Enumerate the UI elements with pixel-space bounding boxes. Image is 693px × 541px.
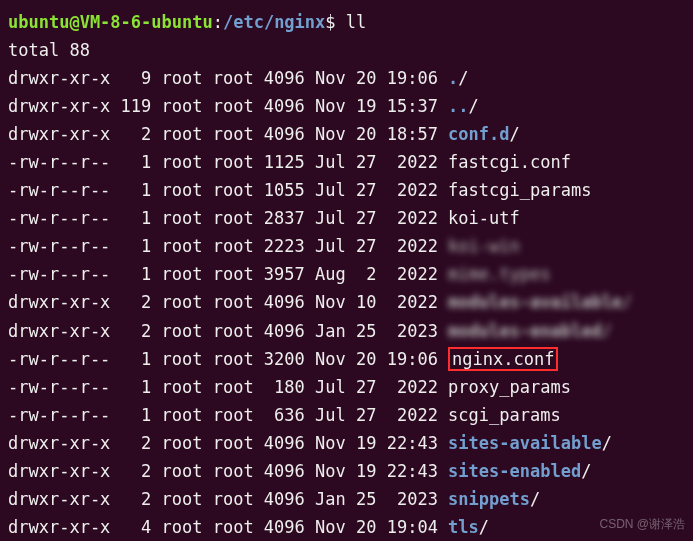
file-name: sites-enabled [448,461,581,481]
dir-slash: / [479,517,489,537]
listing-meta: -rw-r--r-- 1 root root 636 Jul 27 2022 [8,405,448,425]
listing-meta: drwxr-xr-x 119 root root 4096 Nov 19 15:… [8,96,448,116]
listing-row: -rw-r--r-- 1 root root 2837 Jul 27 2022 … [8,204,685,232]
listing-meta: -rw-r--r-- 1 root root 1125 Jul 27 2022 [8,152,448,172]
file-name: koi-utf [448,208,520,228]
listing-meta: -rw-r--r-- 1 root root 3957 Aug 2 2022 [8,264,448,284]
prompt-sep2: $ [325,12,345,32]
total-line: total 88 [8,36,685,64]
dir-slash: / [602,433,612,453]
file-name: fastcgi_params [448,180,591,200]
terminal[interactable]: ubuntu@VM-8-6-ubuntu:/etc/nginx$ lltotal… [8,8,685,541]
listing-row: drwxr-xr-x 2 root root 4096 Nov 20 18:57… [8,120,685,148]
listing-row: drwxr-xr-x 2 root root 4096 Nov 10 2022 … [8,288,685,316]
file-name: scgi_params [448,405,561,425]
listing-row: -rw-r--r-- 1 root root 636 Jul 27 2022 s… [8,401,685,429]
file-name: snippets [448,489,530,509]
listing-row: -rw-r--r-- 1 root root 1125 Jul 27 2022 … [8,148,685,176]
prompt-line: ubuntu@VM-8-6-ubuntu:/etc/nginx$ ll [8,8,685,36]
dir-slash: / [510,124,520,144]
file-name: mime.types [448,264,550,284]
listing-row: drwxr-xr-x 2 root root 4096 Jan 25 2023 … [8,317,685,345]
listing-meta: -rw-r--r-- 1 root root 180 Jul 27 2022 [8,377,448,397]
file-name: nginx.conf [452,349,554,369]
file-name: sites-available [448,433,602,453]
dir-slash: / [602,321,612,341]
dir-slash: / [469,96,479,116]
listing-meta: drwxr-xr-x 4 root root 4096 Nov 20 19:04 [8,517,448,537]
file-name: . [448,68,458,88]
file-name: koi-win [448,236,520,256]
file-name: fastcgi.conf [448,152,571,172]
listing-meta: drwxr-xr-x 2 root root 4096 Nov 19 22:43 [8,461,448,481]
listing-meta: -rw-r--r-- 1 root root 1055 Jul 27 2022 [8,180,448,200]
dir-slash: / [530,489,540,509]
listing-meta: drwxr-xr-x 2 root root 4096 Nov 10 2022 [8,292,448,312]
listing-row: -rw-r--r-- 1 root root 3200 Nov 20 19:06… [8,345,685,373]
listing-meta: drwxr-xr-x 2 root root 4096 Jan 25 2023 [8,321,448,341]
listing-meta: drwxr-xr-x 9 root root 4096 Nov 20 19:06 [8,68,448,88]
listing-meta: -rw-r--r-- 1 root root 3200 Nov 20 19:06 [8,349,448,369]
prompt-user: ubuntu@VM-8-6-ubuntu [8,12,213,32]
listing-row: -rw-r--r-- 1 root root 2223 Jul 27 2022 … [8,232,685,260]
dir-slash: / [622,292,632,312]
listing-meta: -rw-r--r-- 1 root root 2223 Jul 27 2022 [8,236,448,256]
listing-meta: drwxr-xr-x 2 root root 4096 Jan 25 2023 [8,489,448,509]
file-name: modules-enabled [448,321,602,341]
dir-slash: / [581,461,591,481]
file-name: modules-available [448,292,622,312]
file-name: conf.d [448,124,509,144]
prompt-path: /etc/nginx [223,12,325,32]
listing-row: drwxr-xr-x 2 root root 4096 Nov 19 22:43… [8,457,685,485]
listing-row: drwxr-xr-x 4 root root 4096 Nov 20 19:04… [8,513,685,541]
listing-row: -rw-r--r-- 1 root root 1055 Jul 27 2022 … [8,176,685,204]
command-text[interactable]: ll [346,12,366,32]
listing-row: drwxr-xr-x 2 root root 4096 Nov 19 22:43… [8,429,685,457]
file-name: .. [448,96,468,116]
listing-row: drwxr-xr-x 2 root root 4096 Jan 25 2023 … [8,485,685,513]
listing-meta: drwxr-xr-x 2 root root 4096 Nov 20 18:57 [8,124,448,144]
listing-row: drwxr-xr-x 119 root root 4096 Nov 19 15:… [8,92,685,120]
listing-row: drwxr-xr-x 9 root root 4096 Nov 20 19:06… [8,64,685,92]
dir-slash: / [458,68,468,88]
listing-row: -rw-r--r-- 1 root root 3957 Aug 2 2022 m… [8,260,685,288]
listing-meta: -rw-r--r-- 1 root root 2837 Jul 27 2022 [8,208,448,228]
prompt-sep: : [213,12,223,32]
listing-meta: drwxr-xr-x 2 root root 4096 Nov 19 22:43 [8,433,448,453]
highlight-box: nginx.conf [448,347,558,371]
file-name: proxy_params [448,377,571,397]
file-name: tls [448,517,479,537]
listing-row: -rw-r--r-- 1 root root 180 Jul 27 2022 p… [8,373,685,401]
total-text: total 88 [8,40,90,60]
